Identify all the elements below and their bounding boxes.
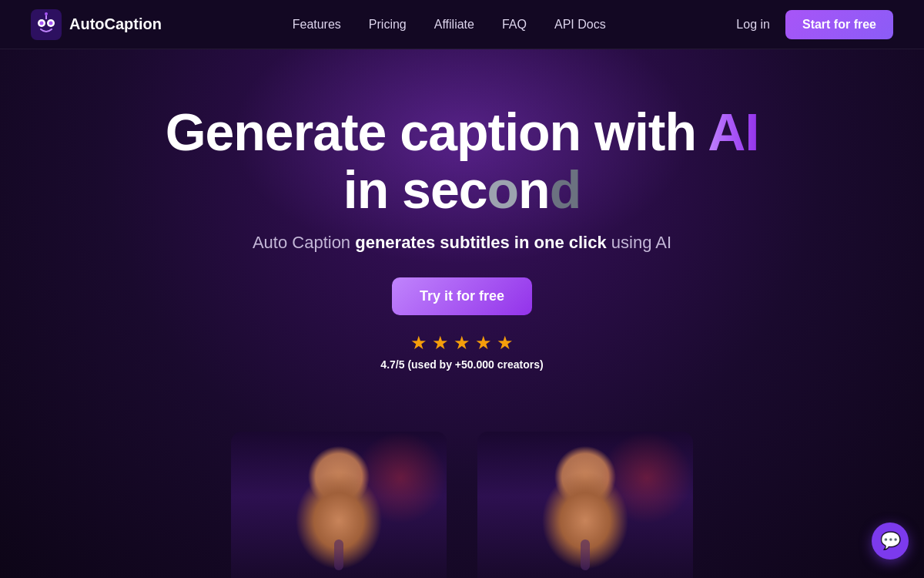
hero-subtitle-bold: generates subtitles in one click [355, 233, 606, 252]
svg-point-4 [49, 21, 53, 25]
svg-point-6 [45, 12, 48, 15]
star-1: ★ [410, 332, 427, 354]
svg-point-3 [40, 21, 44, 25]
nav-item-affiliate[interactable]: Affiliate [434, 18, 474, 31]
video-thumb-left [231, 432, 447, 578]
nav-actions: Log in Start for free [736, 10, 893, 39]
chat-button[interactable]: 💬 [872, 523, 909, 560]
rating-text: 4.7/5 (used by +50.000 creators) [166, 358, 759, 371]
start-for-free-button[interactable]: Start for free [785, 10, 893, 39]
hero-title-ai: AI [708, 102, 758, 161]
rating-score: 4.7/5 [380, 358, 404, 371]
logo-link[interactable]: AutoCaption [31, 9, 162, 40]
try-for-free-button[interactable]: Try it for free [392, 277, 532, 315]
video-thumbnails [231, 432, 693, 578]
nav-item-pricing[interactable]: Pricing [369, 18, 407, 31]
star-3: ★ [454, 332, 470, 354]
star-5: ★ [497, 332, 514, 354]
login-button[interactable]: Log in [736, 18, 770, 32]
hero-subtitle-plain: Auto Caption [253, 233, 355, 252]
star-2: ★ [432, 332, 449, 354]
hero-title: Generate caption with AI in second [166, 103, 759, 219]
chat-icon: 💬 [880, 531, 901, 551]
nav-item-features[interactable]: Features [293, 18, 341, 31]
hero-content: Generate caption with AI in second Auto … [166, 49, 759, 371]
navbar: AutoCaption Features Pricing Affiliate F… [0, 0, 924, 49]
hero-title-line1: Generate caption with [166, 102, 696, 161]
star-4: ★ [475, 332, 492, 354]
hero-subtitle: Auto Caption generates subtitles in one … [166, 233, 759, 253]
hero-title-line2: in second [343, 160, 581, 219]
nav-item-api-docs[interactable]: API Docs [554, 18, 606, 31]
hero-section: Generate caption with AI in second Auto … [0, 49, 924, 578]
video-thumb-right [477, 432, 693, 578]
logo-text: AutoCaption [69, 15, 162, 33]
logo-icon [31, 9, 62, 40]
rating-detail: (used by +50.000 creators) [407, 358, 543, 371]
nav-links: Features Pricing Affiliate FAQ API Docs [293, 18, 606, 32]
stars-container: ★ ★ ★ ★ ★ [166, 332, 759, 354]
nav-item-faq[interactable]: FAQ [502, 18, 527, 31]
hero-subtitle-end: using AI [607, 233, 671, 252]
